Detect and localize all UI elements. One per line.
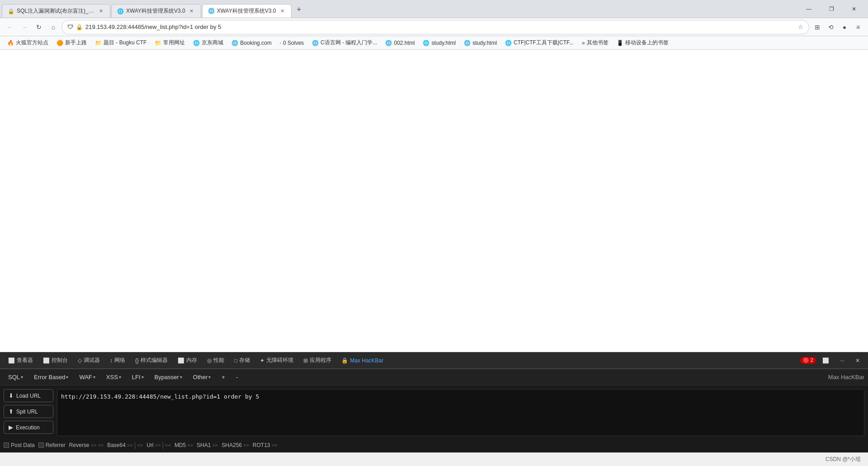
- devtool-console[interactable]: ⬜ 控制台: [38, 355, 72, 366]
- url-input-area[interactable]: http://219.153.49.228:44485/new_list.php…: [57, 389, 864, 436]
- hackbar-menu-bypasser[interactable]: Bypasser ▾: [150, 372, 187, 382]
- tab-1-close[interactable]: ✕: [97, 8, 104, 15]
- rot13-encode[interactable]: ROT13 >>: [253, 442, 278, 448]
- bookmark-study2-label: study.html: [472, 40, 497, 46]
- bookmark-solves[interactable]: · 0 Solves: [276, 39, 307, 47]
- bookmark-common[interactable]: 📁 常用网址: [151, 38, 189, 48]
- bookmark-study2-icon: 🌐: [464, 40, 471, 46]
- md5-label: MD5: [175, 442, 186, 448]
- minimize-button[interactable]: —: [798, 2, 819, 16]
- hackbar-tab-icon: 🔒: [341, 357, 348, 364]
- new-tab-button[interactable]: +: [292, 4, 305, 16]
- tab-1-title: SQL注入漏洞测试(布尔盲注)_S...: [17, 7, 94, 15]
- hackbar-xss-label: XSS: [106, 374, 118, 380]
- bookmark-newuser-label: 新手上路: [65, 39, 87, 47]
- devtool-hackbar[interactable]: 🔒 Max HacKBar: [337, 356, 388, 366]
- bookmark-study1[interactable]: 🌐 study.html: [419, 39, 459, 47]
- tab-2-close[interactable]: ✕: [188, 8, 195, 15]
- post-data-item: Post Data: [4, 442, 35, 448]
- hackbar-waf-arrow: ▾: [93, 375, 95, 380]
- reload-button[interactable]: ↻: [33, 21, 45, 33]
- hackbar-menu-lfi[interactable]: LFI ▾: [127, 372, 148, 382]
- more-icon: ···: [840, 357, 844, 364]
- url-encode[interactable]: Url >> | <<: [146, 442, 171, 449]
- sha1-encode[interactable]: SHA1 >>: [197, 442, 218, 448]
- post-data-checkbox[interactable]: [4, 442, 9, 448]
- sha1-arrow-right: >>: [212, 442, 218, 448]
- bookmark-solves-label: 0 Solves: [283, 40, 304, 46]
- bookmark-firefox-icon: 🔥: [7, 40, 14, 46]
- tab-3-close[interactable]: ✕: [278, 7, 286, 14]
- md5-encode[interactable]: MD5 >>: [175, 442, 193, 448]
- hackbar-sql-arrow: ▾: [21, 375, 23, 380]
- hackbar-menu-waf[interactable]: WAF ▾: [75, 372, 99, 382]
- hackbar-footer: Post Data Referrer Reverse >> << Base64 …: [0, 440, 868, 452]
- referrer-checkbox[interactable]: [38, 442, 44, 448]
- bookmark-clang-icon: 🌐: [312, 40, 319, 46]
- close-button[interactable]: ✕: [844, 2, 864, 16]
- bookmark-mobile[interactable]: 📱 移动设备上的书签: [613, 38, 672, 48]
- load-url-button[interactable]: ⬇ Load URL: [4, 389, 53, 402]
- bookmark-jd[interactable]: 🌐 京东商城: [189, 38, 227, 48]
- rot13-arrow-right: >>: [272, 442, 278, 448]
- menu-icon[interactable]: ≡: [852, 21, 864, 33]
- bookmark-booking[interactable]: 🌐 Booking.com: [228, 39, 275, 47]
- devtool-memory[interactable]: ⬜ 内存: [173, 355, 202, 366]
- hackbar-menu-other[interactable]: Other ▾: [189, 372, 216, 382]
- star-icon[interactable]: ☆: [798, 24, 803, 30]
- extensions-icon[interactable]: ⊞: [811, 21, 824, 33]
- bookmark-sync-icon[interactable]: ⟲: [825, 21, 837, 33]
- bookmark-clang[interactable]: 🌐 C语言网 - 编程入门学...: [308, 38, 381, 48]
- bookmark-newuser[interactable]: 🟠 新手上路: [53, 38, 90, 48]
- hackbar-menu-sql[interactable]: SQL ▾: [4, 372, 28, 382]
- hackbar-brand-label: Max HacKBar: [828, 374, 864, 380]
- hackbar-xss-arrow: ▾: [119, 375, 121, 380]
- devtool-app[interactable]: ⊞ 应用程序: [299, 355, 336, 366]
- url-arrow-right: >>: [155, 442, 161, 448]
- account-icon[interactable]: ●: [838, 21, 851, 33]
- bookmark-firefox[interactable]: 🔥 火狐官方站点: [4, 38, 52, 48]
- home-button[interactable]: ⌂: [47, 21, 60, 33]
- bookmark-bugku[interactable]: 📁 题目 - Bugku CTF: [91, 38, 150, 48]
- restore-button[interactable]: ❐: [821, 2, 842, 16]
- base64-encode[interactable]: Base64 >> | <<: [107, 442, 143, 449]
- hackbar-panel: SQL ▾ Error Based ▾ WAF ▾ XSS ▾ LFI ▾ By…: [0, 368, 868, 452]
- bookmark-ctf[interactable]: 🌐 CTF|CTF工具下载|CTF...: [501, 38, 577, 48]
- spit-url-button[interactable]: ⬆ Spit URL: [4, 405, 53, 418]
- devtools-close-button[interactable]: ✕: [851, 356, 864, 366]
- tab-1[interactable]: 🔒 SQL注入漏洞测试(布尔盲注)_S... ✕: [2, 4, 110, 18]
- devtool-network[interactable]: ↕ 网络: [105, 355, 130, 366]
- devtool-inspector[interactable]: ⬜ 查看器: [4, 355, 38, 366]
- bookmark-more[interactable]: » 其他书签: [578, 38, 612, 48]
- back-button[interactable]: ←: [4, 21, 16, 33]
- devtool-storage[interactable]: □ 存储: [230, 355, 255, 366]
- accessibility-icon: ✦: [260, 357, 264, 364]
- execution-button[interactable]: ▶ Execution: [4, 421, 53, 434]
- bookmark-002[interactable]: 🌐 002.html: [382, 39, 418, 47]
- hackbar-add-label: +: [222, 374, 225, 380]
- address-input[interactable]: [85, 24, 795, 30]
- devtools-more-button[interactable]: ···: [835, 356, 849, 366]
- hackbar-menu-add[interactable]: +: [217, 372, 230, 382]
- devtool-performance[interactable]: ◎ 性能: [203, 355, 229, 366]
- tab-2[interactable]: 🌐 XWAY科技管理系统V3.0 ✕: [111, 4, 201, 18]
- responsive-design-button[interactable]: ⬜: [818, 356, 834, 366]
- post-data-label: Post Data: [11, 442, 35, 448]
- forward-button[interactable]: →: [18, 21, 31, 33]
- bookmark-study2[interactable]: 🌐 study.html: [460, 39, 500, 47]
- bookmark-more-label: 其他书签: [587, 39, 609, 47]
- hackbar-waf-label: WAF: [79, 374, 92, 380]
- sha256-encode[interactable]: SHA256 >>: [222, 442, 249, 448]
- hackbar-menu-errorbased[interactable]: Error Based ▾: [29, 372, 73, 382]
- devtool-debugger[interactable]: ◇ 调试器: [73, 355, 104, 366]
- hackbar-other-arrow: ▾: [208, 375, 211, 380]
- reverse-encode[interactable]: Reverse >> <<: [69, 442, 104, 448]
- hackbar-bypasser-arrow: ▾: [180, 375, 182, 380]
- tab-2-favicon: 🌐: [117, 8, 123, 14]
- tab-3[interactable]: 🌐 XWAY科技管理系统V3.0 ✕: [202, 4, 292, 18]
- devtool-accessibility[interactable]: ✦ 无障碍环境: [255, 355, 298, 366]
- hackbar-menu-xss[interactable]: XSS ▾: [102, 372, 126, 382]
- hackbar-menu-remove[interactable]: -: [231, 372, 242, 382]
- bookmark-firefox-label: 火狐官方站点: [16, 39, 48, 47]
- devtool-style-editor[interactable]: {} 样式编辑器: [131, 355, 172, 366]
